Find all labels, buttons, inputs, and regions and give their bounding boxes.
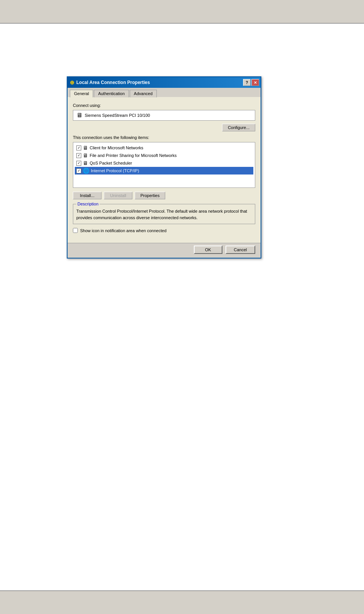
action-buttons: Install... Uninstall Properties [73,192,255,199]
connect-using-label: Connect using: [73,103,255,108]
uninstall-button[interactable]: Uninstall [104,192,132,199]
checkbox-tcpip[interactable]: ✓ [76,168,81,173]
top-border [0,23,364,24]
tab-authentication[interactable]: Authentication [94,90,129,97]
configure-button[interactable]: Configure... [222,124,255,131]
component-qos[interactable]: ✓ 🖥 QoS Packet Scheduler [75,159,253,167]
dialog-title: Local Area Connection Properties [76,80,150,85]
adapter-name: Siemens SpeedStream PCI 10/100 [85,113,150,118]
close-button[interactable]: ✕ [251,79,259,86]
checkbox-file-printer[interactable]: ✓ [76,153,81,158]
bottom-bar [0,590,364,614]
checkbox-qos[interactable]: ✓ [76,161,81,166]
description-group: Description Transmission Control Protoco… [73,204,255,224]
dialog-title-icon: ⊕ [70,79,74,86]
comp-label-tcpip: Internet Protocol (TCP/IP) [91,168,139,173]
dialog-content: Connect using: 🖥 Siemens SpeedStream PCI… [68,98,261,243]
description-text: Transmission Control Protocol/Internet P… [76,208,252,221]
tab-bar: General Authentication Advanced [68,88,261,98]
comp-icon-tcpip: 🌐 [83,168,89,174]
show-icon-row: Show icon in notification area when conn… [73,228,255,233]
components-list: ✓ 🖥 Client for Microsoft Networks ✓ 🖥 Fi… [73,142,255,188]
install-button[interactable]: Install... [73,192,101,199]
comp-icon-qos: 🖥 [83,160,88,166]
tab-advanced[interactable]: Advanced [130,90,157,97]
title-bar: ⊕ Local Area Connection Properties ? ✕ [68,77,261,88]
description-legend: Description [76,202,100,206]
dialog-window: ⊕ Local Area Connection Properties ? ✕ G… [67,76,261,259]
properties-button[interactable]: Properties [135,192,165,199]
items-label: This connection uses the following items… [73,135,255,140]
comp-icon-file-printer: 🖥 [83,152,88,158]
comp-label-qos: QoS Packet Scheduler [90,161,132,165]
help-button[interactable]: ? [243,79,251,86]
cancel-button[interactable]: Cancel [225,246,255,254]
bottom-border [0,590,364,591]
adapter-box: 🖥 Siemens SpeedStream PCI 10/100 [73,110,255,121]
component-tcpip[interactable]: ✓ 🌐 Internet Protocol (TCP/IP) [75,167,253,175]
component-file-printer[interactable]: ✓ 🖥 File and Printer Sharing for Microso… [75,152,253,159]
comp-icon-client: 🖥 [83,145,88,151]
tab-general[interactable]: General [70,90,93,97]
comp-label-client: Client for Microsoft Networks [90,145,143,150]
checkbox-client[interactable]: ✓ [76,145,81,150]
adapter-icon: 🖥 [76,112,82,119]
comp-label-file-printer: File and Printer Sharing for Microsoft N… [90,153,177,158]
dialog-footer: OK Cancel [68,243,261,258]
show-icon-label: Show icon in notification area when conn… [80,228,166,233]
top-bar [0,0,364,24]
show-icon-checkbox[interactable] [73,228,78,233]
component-client-ms-networks[interactable]: ✓ 🖥 Client for Microsoft Networks [75,144,253,152]
ok-button[interactable]: OK [194,246,222,254]
